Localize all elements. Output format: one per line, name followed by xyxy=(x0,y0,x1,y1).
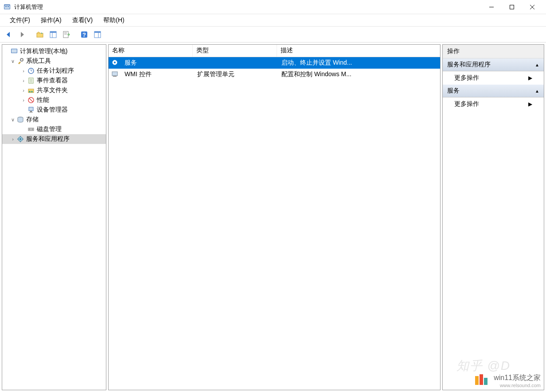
chevron-right-icon: ▶ xyxy=(528,101,532,107)
svg-text:?: ? xyxy=(82,31,86,38)
close-button[interactable] xyxy=(522,0,542,14)
tree-node-label: 服务和应用程序 xyxy=(26,135,70,143)
svg-rect-47 xyxy=(113,76,117,77)
expander-icon[interactable]: › xyxy=(21,68,26,74)
actions-section-header-0[interactable]: 服务和应用程序▲ xyxy=(443,58,544,71)
svg-rect-10 xyxy=(50,31,56,33)
actions-panel: 操作 服务和应用程序▲更多操作▶服务▲更多操作▶ xyxy=(442,44,544,390)
svg-point-32 xyxy=(31,91,33,93)
tree-node-1[interactable]: ›任务计划程序 xyxy=(2,66,106,76)
tree-node-label: 任务计划程序 xyxy=(37,67,74,75)
help-button[interactable]: ? xyxy=(78,28,90,41)
svg-point-45 xyxy=(114,62,116,63)
brand-logo-icon xyxy=(474,373,490,388)
disk-icon xyxy=(27,125,35,133)
tools-icon xyxy=(16,57,24,65)
menu-help[interactable]: 帮助(H) xyxy=(98,16,129,24)
collapse-icon: ▲ xyxy=(535,89,539,93)
svg-rect-5 xyxy=(510,5,514,9)
svg-rect-49 xyxy=(480,374,483,385)
watermark-brand: win11系统之家 www.relsound.com xyxy=(474,373,541,388)
column-type[interactable]: 类型 xyxy=(193,45,277,57)
expander-icon[interactable]: ∨ xyxy=(10,117,16,123)
actions-section-title: 服务 xyxy=(447,87,460,95)
actions-item-0-0[interactable]: 更多操作▶ xyxy=(443,71,544,85)
svg-rect-18 xyxy=(94,31,101,33)
menu-view[interactable]: 查看(V) xyxy=(67,16,98,24)
forward-button[interactable] xyxy=(16,28,28,41)
export-button[interactable] xyxy=(60,28,73,41)
event-icon xyxy=(27,77,35,85)
actions-section-header-1[interactable]: 服务▲ xyxy=(443,85,544,97)
svg-rect-48 xyxy=(475,376,479,385)
show-hide-tree-button[interactable] xyxy=(47,28,59,41)
clock-icon xyxy=(27,67,35,75)
list-body: 服务启动、终止并设置 Wind...WMI 控件扩展管理单元配置和控制 Wind… xyxy=(109,57,440,390)
expander-icon[interactable]: ∨ xyxy=(10,58,16,64)
toolbar: ? xyxy=(0,27,546,43)
tree-node-label: 性能 xyxy=(37,96,49,104)
svg-rect-41 xyxy=(31,128,33,130)
services-icon xyxy=(16,135,24,143)
tree-node-2[interactable]: ›事件查看器 xyxy=(2,76,106,85)
up-button[interactable] xyxy=(34,28,46,41)
tree-node-5[interactable]: 设备管理器 xyxy=(2,105,106,115)
list-row-1[interactable]: WMI 控件扩展管理单元配置和控制 Windows M... xyxy=(109,69,440,80)
svg-rect-21 xyxy=(12,49,17,53)
cell-desc: 配置和控制 Windows M... xyxy=(278,70,440,78)
tree-node-label: 存储 xyxy=(26,116,39,124)
wmi-icon xyxy=(111,70,119,78)
list-row-0[interactable]: 服务启动、终止并设置 Wind... xyxy=(109,57,440,69)
tree-node-0[interactable]: ∨系统工具 xyxy=(2,56,106,66)
svg-rect-46 xyxy=(112,72,117,76)
menu-file[interactable]: 文件(F) xyxy=(4,16,35,24)
actions-item-label: 更多操作 xyxy=(454,100,479,108)
brand-title: win11系统之家 xyxy=(494,373,541,383)
menubar: 文件(F) 操作(A) 查看(V) 帮助(H) xyxy=(0,14,546,27)
column-name[interactable]: 名称 xyxy=(109,45,193,57)
chevron-right-icon: ▶ xyxy=(528,75,532,81)
expander-icon[interactable]: › xyxy=(21,97,26,103)
list-panel: 名称 类型 描述 服务启动、终止并设置 Wind...WMI 控件扩展管理单元配… xyxy=(108,44,441,390)
column-desc[interactable]: 描述 xyxy=(277,45,440,57)
svg-rect-36 xyxy=(30,111,32,112)
collapse-icon: ▲ xyxy=(535,62,539,67)
device-icon xyxy=(27,106,35,114)
show-hide-actions-button[interactable] xyxy=(91,28,104,41)
svg-rect-50 xyxy=(484,378,488,385)
svg-point-43 xyxy=(20,138,21,140)
expander-icon[interactable]: › xyxy=(21,88,26,93)
tree-node-6[interactable]: ∨存储 xyxy=(2,115,106,124)
tree-node-7[interactable]: 磁盘管理 xyxy=(2,124,106,134)
tree-node-label: 系统工具 xyxy=(26,57,51,65)
maximize-button[interactable] xyxy=(502,0,522,14)
minimize-button[interactable] xyxy=(481,0,502,14)
expander-icon[interactable]: › xyxy=(21,78,26,83)
expander-icon[interactable]: › xyxy=(10,136,16,142)
tree-node-8[interactable]: ›服务和应用程序 xyxy=(2,134,106,144)
tree-node-4[interactable]: ›性能 xyxy=(2,95,106,105)
svg-rect-35 xyxy=(29,107,33,111)
tree-node-3[interactable]: ›共享文件夹 xyxy=(2,85,106,95)
svg-point-22 xyxy=(20,58,23,61)
actions-section-title: 服务和应用程序 xyxy=(447,61,491,69)
cell-name: WMI 控件 xyxy=(121,70,194,78)
actions-header: 操作 xyxy=(443,45,544,58)
watermark-zhihu: 知乎 @D xyxy=(456,357,511,374)
gear-icon xyxy=(111,59,119,67)
svg-rect-2 xyxy=(5,6,7,7)
menu-action[interactable]: 操作(A) xyxy=(35,16,67,24)
storage-icon xyxy=(16,116,24,124)
svg-rect-8 xyxy=(37,33,43,37)
tree-root[interactable]: 计算机管理(本地) xyxy=(2,47,106,56)
svg-rect-1 xyxy=(4,5,10,9)
svg-rect-40 xyxy=(29,128,31,130)
brand-url: www.relsound.com xyxy=(494,383,541,388)
share-icon xyxy=(27,86,35,94)
back-button[interactable] xyxy=(3,28,15,41)
computer-management-icon xyxy=(10,47,18,55)
actions-item-1-0[interactable]: 更多操作▶ xyxy=(443,97,544,111)
cell-desc: 启动、终止并设置 Wind... xyxy=(278,59,440,67)
window-title: 计算机管理 xyxy=(14,3,481,11)
perf-icon xyxy=(27,96,35,104)
